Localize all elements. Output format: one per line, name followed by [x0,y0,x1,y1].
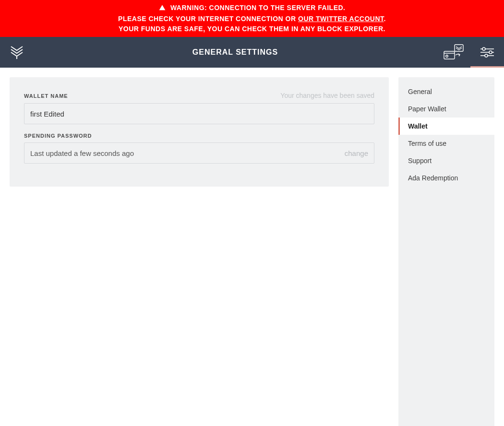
topbar-actions [437,37,504,68]
sidebar-item-label: Terms of use [408,140,446,147]
sidebar-item-terms-of-use[interactable]: Terms of use [398,135,494,152]
connection-warning-banner: WARNING: CONNECTION TO THE SERVER FAILED… [0,0,504,37]
app-logo[interactable] [0,37,34,68]
sidebar-item-wallet[interactable]: Wallet [398,118,494,135]
settings-panel: WALLET NAME Your changes have been saved… [10,77,389,187]
svg-point-5 [482,47,485,50]
svg-point-7 [489,51,492,54]
top-bar: GENERAL SETTINGS [0,37,504,68]
spending-password-row: Last updated a few seconds ago change [24,142,374,164]
page-title: GENERAL SETTINGS [34,37,437,68]
sidebar-item-label: Ada Redemption [408,174,458,182]
sidebar-item-general[interactable]: General [398,83,494,100]
sidebar-item-support[interactable]: Support [398,152,494,169]
sidebar-item-label: Support [408,157,432,165]
twitter-account-link[interactable]: OUR TWITTER ACCOUNT [298,15,384,23]
sidebar-item-paper-wallet[interactable]: Paper Wallet [398,100,494,118]
svg-rect-1 [455,45,463,51]
banner-line-2-suffix: . [384,15,386,23]
spending-password-status: Last updated a few seconds ago [30,149,134,157]
banner-line-1: WARNING: CONNECTION TO THE SERVER FAILED… [170,4,346,12]
wallets-icon-button[interactable] [437,37,470,68]
sidebar-item-label: General [408,88,432,95]
svg-point-9 [485,54,488,57]
svg-rect-2 [444,51,455,59]
sidebar-item-label: Wallet [408,122,428,130]
settings-side-nav: General Paper Wallet Wallet Terms of use… [398,77,494,426]
changes-saved-message: Your changes have been saved [280,92,374,99]
svg-point-3 [446,55,448,57]
wallet-name-input[interactable] [24,103,374,124]
banner-line-2-prefix: PLEASE CHECK YOUR INTERNET CONNECTION OR [118,15,298,23]
settings-icon-button[interactable] [470,37,504,68]
sidebar-item-label: Paper Wallet [408,105,446,113]
main-content: WALLET NAME Your changes have been saved… [0,68,504,426]
change-password-link[interactable]: change [345,149,368,157]
spending-password-field-block: SPENDING PASSWORD Last updated a few sec… [24,133,374,164]
spending-password-label: SPENDING PASSWORD [24,133,92,139]
sidebar-item-ada-redemption[interactable]: Ada Redemption [398,169,494,187]
wallet-name-field-block: WALLET NAME Your changes have been saved [24,92,374,124]
warning-icon [159,4,166,14]
wallet-name-label: WALLET NAME [24,93,68,99]
banner-line-3: YOUR FUNDS ARE SAFE, YOU CAN CHECK THEM … [5,24,499,34]
